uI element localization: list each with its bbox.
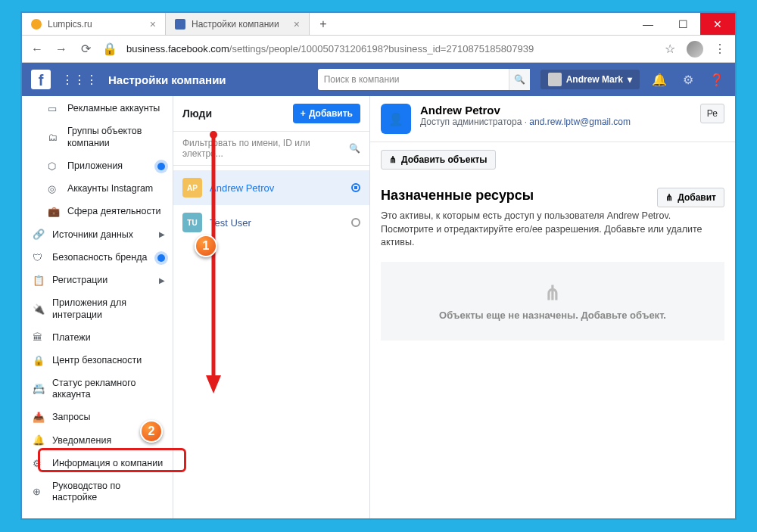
star-icon[interactable]: ☆ [662,42,678,56]
profile-avatar[interactable] [687,41,703,58]
search-icon: 🔍 [349,143,360,154]
sidebar-item-integrations[interactable]: 🔌Приложения для интеграции [22,292,173,326]
annotation-callout-2: 2 [140,420,163,443]
remove-button[interactable]: Ре [700,104,724,123]
back-icon[interactable]: ← [30,42,45,56]
sidebar-item-ad-accounts[interactable]: ▭Рекламные аккаунты [22,98,173,120]
bell-icon: 🔔 [33,434,45,446]
clipboard-icon: 📋 [33,275,45,287]
chevron-down-icon: ▾ [628,74,632,85]
apps-grid-icon[interactable]: ⋮⋮⋮ [61,73,98,87]
annotation-callout-1: 1 [195,235,217,257]
people-filter-input[interactable]: Фильтровать по имени, ID или электро... … [173,131,369,166]
search-icon[interactable]: 🔍 [509,69,530,90]
annotation-highlight-box [38,448,186,472]
browser-titlebar: Lumpics.ru × Настройки компании × + — ☐ … [22,13,735,36]
tab-title: Настройки компании [192,19,279,30]
lock-icon: 🔒 [102,42,117,56]
network-icon: ⋔ [665,192,673,203]
annotation-arrow [206,130,221,394]
add-objects-button[interactable]: ⋔Добавить объекты [381,150,496,170]
close-icon[interactable]: × [294,18,300,30]
sidebar-item-registrations[interactable]: 📋Регистрации▶ [22,269,173,292]
dot-indicator [157,254,165,262]
avatar-badge: TU [182,213,202,232]
plus-icon: + [301,108,306,119]
address-bar: ← → ⟳ 🔒 business.facebook.com/settings/p… [22,36,735,63]
detail-name: Andrew Petrov [420,104,631,117]
detail-role: Доступ администратора [420,117,522,127]
company-search-input[interactable]: Поиск в компании 🔍 [318,69,530,90]
fb-header: f ⋮⋮⋮ Настройки компании Поиск в компани… [22,63,735,96]
radio-icon [351,218,360,227]
network-icon: ⋔ [389,154,397,165]
sidebar-item-ad-status[interactable]: 📇Статус рекламного аккаунта [22,372,173,406]
minimize-button[interactable]: — [631,13,665,35]
bank-icon: 🏛 [33,331,45,344]
chevron-right-icon: ▶ [159,230,165,240]
sidebar-item-payments[interactable]: 🏛Платежи [22,326,173,349]
bell-icon[interactable]: 🔔 [650,73,668,87]
status-icon: 📇 [33,383,45,395]
network-icon: ⋔ [400,282,705,305]
close-icon[interactable]: × [150,18,156,30]
sidebar-item-setup-guide[interactable]: ⊕Руководство по настройке [22,475,173,509]
detail-email-link[interactable]: and.rew.lptw@gmail.com [529,117,631,127]
people-title: Люди [182,107,212,120]
chevron-right-icon: ▶ [159,276,165,286]
help-icon[interactable]: ❓ [708,73,726,87]
page-title: Настройки компании [108,73,226,86]
person-row[interactable]: AP Andrew Petrov [173,170,369,205]
instagram-icon: ◎ [48,183,60,195]
sidebar-item-asset-groups[interactable]: 🗂Группы объектов компании [22,120,173,154]
share-icon: 🔗 [33,229,45,241]
maximize-button[interactable]: ☐ [665,13,700,35]
people-panel: Люди +Добавить Фильтровать по имени, ID … [173,96,370,518]
user-badge-icon: 👤 [381,104,411,134]
folder-icon: 🗂 [48,132,60,144]
tab-title: Lumpics.ru [48,19,92,30]
browser-tab-2[interactable]: Настройки компании × [166,13,310,35]
svg-point-1 [210,131,217,138]
section-description: Это активы, к которым есть доступ у поль… [381,210,724,250]
empty-state: ⋔ Объекты еще не назначены. Добавьте объ… [381,262,724,341]
inbox-icon: 📥 [33,412,45,424]
card-icon: ▭ [48,103,60,115]
gear-icon[interactable]: ⚙ [679,73,697,87]
avatar-badge: AP [182,178,202,198]
sidebar-item-business-line[interactable]: 💼Сфера деятельности [22,201,173,223]
detail-panel: 👤 Andrew Petrov Доступ администратора · … [370,96,735,518]
url-field[interactable]: business.facebook.com/settings/people/10… [126,43,653,54]
app-icon: ⬡ [48,160,60,173]
shield-icon: 🛡 [33,252,45,264]
add-person-button[interactable]: +Добавить [293,104,360,123]
browser-tab-1[interactable]: Lumpics.ru × [22,13,166,35]
svg-marker-2 [206,375,221,394]
radio-icon [351,183,360,192]
avatar [548,73,562,86]
menu-icon[interactable]: ⋮ [712,42,727,56]
fb-logo-icon[interactable]: f [31,70,51,89]
user-menu[interactable]: Andrew Mark ▾ [540,70,640,89]
briefcase-icon: 💼 [48,206,60,218]
sidebar-item-instagram[interactable]: ◎Аккаунты Instagram [22,178,173,201]
link-icon: 🔌 [33,303,45,316]
forward-icon[interactable]: → [54,42,69,56]
lock-icon: 🔒 [33,355,45,367]
sidebar-item-data-sources[interactable]: 🔗Источники данных▶ [22,223,173,246]
close-window-button[interactable]: ✕ [700,13,735,35]
new-tab-button[interactable]: + [310,13,337,35]
sidebar-item-apps[interactable]: ⬡Приложения [22,155,173,178]
reload-icon[interactable]: ⟳ [78,42,93,56]
compass-icon: ⊕ [33,486,45,498]
dot-indicator [157,163,165,170]
sidebar-item-security-center[interactable]: 🔒Центр безопасности [22,350,173,372]
sidebar-item-brand-safety[interactable]: 🛡Безопасность бренда [22,247,173,269]
add-asset-button[interactable]: ⋔Добавит [657,188,724,207]
